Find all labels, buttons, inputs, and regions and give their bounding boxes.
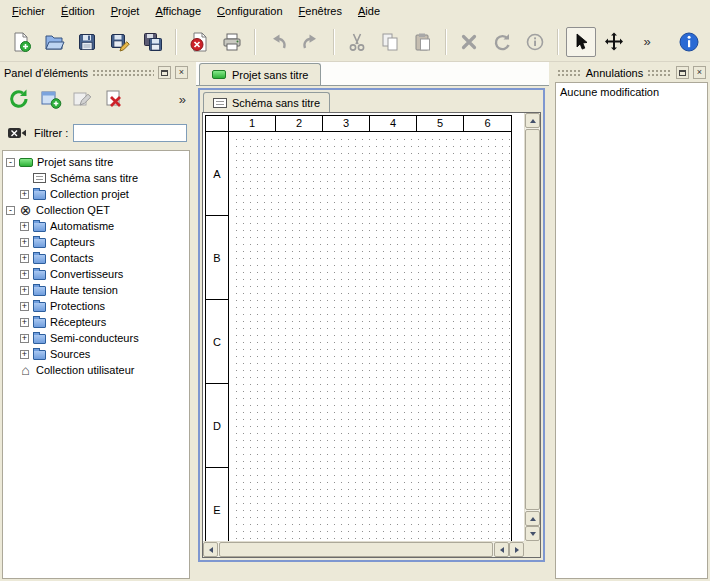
tree-item[interactable]: +Sources — [3, 346, 189, 362]
collapse-icon[interactable]: - — [6, 158, 15, 167]
tree-item-label: Sources — [50, 348, 90, 360]
schema-tab-bar: Schéma sans titre — [200, 90, 543, 112]
menu-item-aide[interactable]: Aide — [350, 2, 388, 20]
tree-item-label: Collection projet — [50, 188, 129, 200]
horizontal-scroll-thumb[interactable] — [219, 542, 493, 557]
expand-icon[interactable]: + — [20, 190, 29, 199]
menu-item-affichage[interactable]: Affichage — [147, 2, 209, 20]
vertical-scrollbar[interactable] — [524, 113, 540, 541]
reload-collections-button[interactable] — [4, 84, 34, 114]
tree-item[interactable]: +Convertisseurs — [3, 266, 189, 282]
new-element-button[interactable] — [36, 84, 66, 114]
about-qet-button[interactable] — [674, 27, 704, 57]
dock-drag-handle[interactable] — [557, 69, 582, 76]
ruler-corner — [206, 116, 229, 132]
delete-element-button[interactable] — [100, 84, 130, 114]
print-button[interactable] — [217, 27, 247, 57]
tree-item[interactable]: +Récepteurs — [3, 314, 189, 330]
expand-icon[interactable]: + — [20, 238, 29, 247]
open-file-button[interactable] — [39, 27, 69, 57]
save-button[interactable] — [72, 27, 102, 57]
cut-button[interactable] — [342, 27, 372, 57]
home-icon — [19, 364, 32, 377]
scroll-up-button[interactable] — [525, 511, 540, 526]
rotate-button[interactable] — [487, 27, 517, 57]
scroll-right-button[interactable] — [509, 542, 524, 557]
expand-icon[interactable]: + — [20, 334, 29, 343]
select-tool-button[interactable] — [566, 27, 596, 57]
folder-icon — [33, 334, 46, 344]
dock-drag-handle[interactable] — [92, 69, 154, 76]
column-label: 3 — [323, 116, 370, 131]
tree-item[interactable]: Collection utilisateur — [3, 362, 189, 378]
menu-item-projet[interactable]: Projet — [103, 2, 148, 20]
expand-icon[interactable]: + — [20, 302, 29, 311]
vertical-scroll-thumb[interactable] — [525, 129, 540, 510]
panel-overflow-chevron[interactable]: » — [179, 92, 188, 107]
expand-icon[interactable]: + — [20, 318, 29, 327]
menu-item-fichier[interactable]: Fichier — [4, 2, 53, 20]
tree-item[interactable]: +Collection projet — [3, 186, 189, 202]
element-info-button[interactable] — [520, 27, 550, 57]
undo-empty-text: Aucune modification — [560, 86, 703, 98]
tree-item-label: Haute tension — [50, 284, 118, 296]
dock-float-button[interactable] — [676, 66, 689, 79]
expand-icon[interactable]: + — [20, 270, 29, 279]
clear-filter-button[interactable] — [5, 124, 29, 142]
toolbar-separator — [557, 29, 559, 55]
edit-element-button[interactable] — [68, 84, 98, 114]
delete-button[interactable] — [454, 27, 484, 57]
collapse-icon[interactable]: - — [6, 206, 15, 215]
menu-item-fenetres[interactable]: Fenêtres — [291, 2, 350, 20]
tree-item[interactable]: +Automatisme — [3, 218, 189, 234]
dock-float-button[interactable] — [158, 66, 171, 79]
save-as-button[interactable] — [105, 27, 135, 57]
toolbar-separator — [175, 29, 177, 55]
dock-close-button[interactable]: × — [175, 66, 188, 79]
tree-item-label: Récepteurs — [50, 316, 106, 328]
expand-icon[interactable]: + — [20, 286, 29, 295]
copy-button[interactable] — [375, 27, 405, 57]
schema-canvas[interactable] — [230, 133, 511, 552]
close-file-button[interactable] — [184, 27, 214, 57]
up-arrow-icon — [530, 517, 536, 521]
menu-item-edition[interactable]: Édition — [53, 2, 103, 20]
column-label: 2 — [276, 116, 323, 131]
scroll-down-button[interactable] — [525, 526, 540, 541]
tree-item[interactable]: +Semi-conducteurs — [3, 330, 189, 346]
move-tool-button[interactable] — [599, 27, 629, 57]
dock-drag-handle[interactable] — [647, 69, 672, 76]
tree-item[interactable]: +Contacts — [3, 250, 189, 266]
expand-icon[interactable]: + — [20, 350, 29, 359]
undo-history-list[interactable]: Aucune modification — [555, 82, 708, 579]
save-all-button[interactable] — [138, 27, 168, 57]
redo-button[interactable] — [296, 27, 326, 57]
tree-item[interactable]: +Haute tension — [3, 282, 189, 298]
tree-item[interactable]: -Projet sans titre — [3, 154, 189, 170]
tree-item[interactable]: +Capteurs — [3, 234, 189, 250]
tree-item[interactable]: +Protections — [3, 298, 189, 314]
toolbar-overflow-button[interactable]: » — [632, 27, 662, 57]
new-file-button[interactable] — [6, 27, 36, 57]
top-ruler: 123456 — [229, 116, 511, 132]
tree-item[interactable]: -Collection QET — [3, 202, 189, 218]
tree-item-label: Projet sans titre — [37, 156, 113, 168]
qelectrotech-window: FichierÉditionProjetAffichageConfigurati… — [0, 0, 710, 581]
horizontal-scrollbar[interactable] — [203, 541, 524, 557]
expand-icon[interactable]: + — [20, 254, 29, 263]
dock-close-button[interactable]: × — [693, 66, 706, 79]
undo-button[interactable] — [263, 27, 293, 57]
paste-button[interactable] — [408, 27, 438, 57]
tree-item[interactable]: Schéma sans titre — [3, 170, 189, 186]
menu-item-configuration[interactable]: Configuration — [209, 2, 290, 20]
folder-icon — [33, 222, 46, 232]
expand-icon[interactable]: + — [20, 222, 29, 231]
scroll-left-button[interactable] — [203, 542, 218, 557]
schema-tab[interactable]: Schéma sans titre — [203, 92, 330, 112]
filter-input[interactable] — [73, 124, 187, 142]
folder-icon — [33, 270, 46, 280]
scroll-left-button[interactable] — [494, 542, 509, 557]
project-tab-bar: Projet sans titre — [196, 62, 549, 86]
scroll-up-button[interactable] — [525, 113, 540, 128]
project-tab[interactable]: Projet sans titre — [199, 63, 321, 85]
